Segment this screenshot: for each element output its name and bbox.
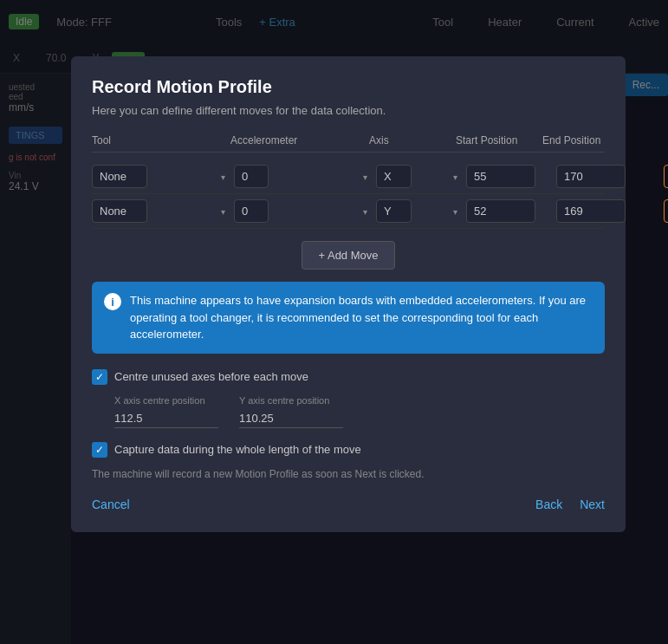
axis-select-1[interactable]: X Y Z [376, 165, 412, 188]
table-row: None 0 X Y Z 🗑 [92, 159, 605, 194]
y-axis-input[interactable] [239, 409, 343, 428]
acc-select-wrapper-1[interactable]: 0 [234, 165, 373, 188]
axis-select-wrapper-2[interactable]: X Y Z [376, 199, 463, 223]
checkbox-centre-label: Centre unused axes before each move [114, 370, 308, 383]
nav-buttons: Back Next [535, 498, 605, 511]
th-end-position: End Position [542, 134, 646, 146]
table-header: Tool Accelerometer Axis Start Position E… [92, 134, 605, 153]
checkbox-centre-axes[interactable]: ✓ [92, 369, 107, 385]
checkbox-capture-label: Capture data during the whole length of … [114, 443, 361, 456]
end-pos-input-2[interactable] [556, 199, 626, 223]
checkbox-row-2: ✓ Capture data during the whole length o… [92, 442, 605, 458]
back-button[interactable]: Back [535, 498, 562, 511]
x-axis-input[interactable] [114, 409, 218, 428]
tool-select-2[interactable]: None [92, 199, 147, 223]
info-text: This machine appears to have expansion b… [130, 292, 593, 343]
modal-title: Record Motion Profile [92, 77, 605, 97]
acc-select-1[interactable]: 0 [234, 165, 269, 188]
delete-row-1-button[interactable]: 🗑 [664, 165, 668, 188]
th-tool: Tool [92, 134, 230, 146]
cancel-button[interactable]: Cancel [92, 498, 130, 511]
end-pos-input-1[interactable] [556, 165, 626, 188]
y-axis-field: Y axis centre position [239, 395, 343, 428]
modal-subtitle: Here you can define different moves for … [92, 104, 605, 117]
checkbox-row-1: ✓ Centre unused axes before each move [92, 369, 605, 385]
y-axis-label: Y axis centre position [239, 395, 343, 406]
start-pos-input-1[interactable] [466, 165, 535, 188]
info-icon: i [104, 293, 121, 310]
acc-select-wrapper-2[interactable]: 0 [234, 199, 373, 223]
axis-select-2[interactable]: X Y Z [376, 199, 412, 223]
x-axis-field: X axis centre position [114, 395, 218, 428]
axis-select-wrapper-1[interactable]: X Y Z [376, 165, 463, 188]
th-axis: Axis [369, 134, 456, 146]
th-delete [646, 134, 668, 146]
x-axis-label: X axis centre position [114, 395, 218, 406]
centre-fields: X axis centre position Y axis centre pos… [114, 395, 605, 428]
add-move-button[interactable]: + Add Move [302, 241, 394, 270]
tool-select-wrapper-2[interactable]: None [92, 199, 230, 223]
table-row: None 0 X Y Z 🗑 [92, 194, 605, 229]
tool-select-1[interactable]: None [92, 165, 147, 188]
acc-select-2[interactable]: 0 [234, 199, 269, 223]
tool-select-wrapper-1[interactable]: None [92, 165, 230, 188]
footer-note: The machine will record a new Motion Pro… [92, 468, 605, 480]
next-button[interactable]: Next [580, 498, 605, 511]
th-accelerometer: Accelerometer [230, 134, 369, 146]
action-buttons: Cancel Back Next [92, 498, 605, 511]
modal-dialog: Record Motion Profile Here you can defin… [71, 56, 626, 532]
checkbox-capture-data[interactable]: ✓ [92, 442, 107, 458]
th-start-position: Start Position [456, 134, 542, 146]
info-box: i This machine appears to have expansion… [92, 282, 605, 354]
start-pos-input-2[interactable] [466, 199, 535, 223]
delete-row-2-button[interactable]: 🗑 [664, 199, 668, 223]
